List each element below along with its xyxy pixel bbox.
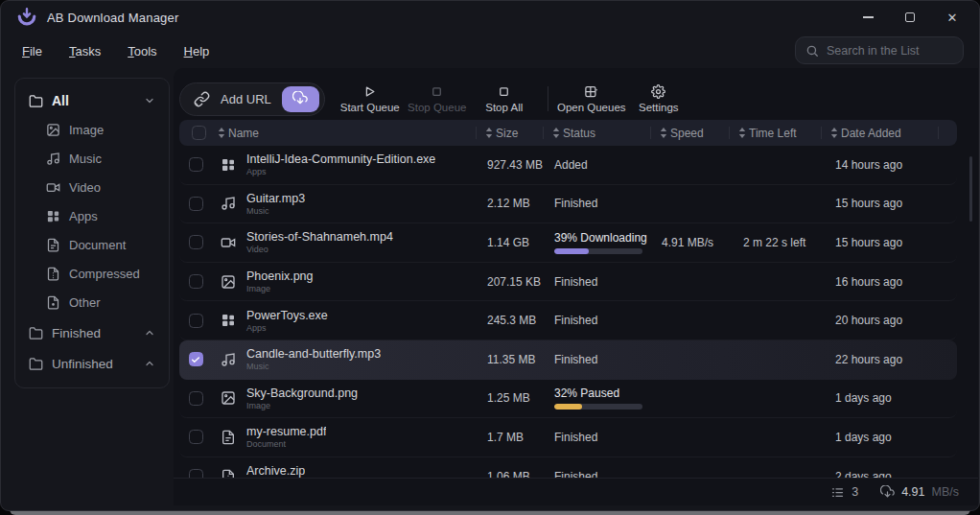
sidebar-item-unfinished[interactable]: Unfinished <box>21 349 163 378</box>
file-name: Phoenix.png <box>246 269 314 283</box>
sidebar-category-item[interactable]: Other <box>21 288 163 316</box>
sort-icon <box>738 128 746 138</box>
category-label: Image <box>69 123 104 137</box>
sidebar-category-item[interactable]: Apps <box>21 201 163 230</box>
category-label: Music <box>69 152 102 166</box>
date-added: 20 hours ago <box>821 314 938 327</box>
table-row[interactable]: Candle-and-butterfly.mp3 Music 11.35 MB … <box>179 340 957 380</box>
add-url-button[interactable]: Add URL <box>179 82 325 116</box>
column-header-date-added[interactable]: Date Added <box>821 120 938 146</box>
status-text: Finished <box>554 431 597 444</box>
finished-label: Finished <box>52 326 101 340</box>
toolbar-separator <box>548 86 548 111</box>
menu-tasks[interactable]: Tasks <box>69 44 101 59</box>
row-checkbox[interactable] <box>189 314 203 328</box>
column-label: Speed <box>670 127 704 140</box>
file-category: Document <box>246 439 326 449</box>
file-size: 245.3 MB <box>476 314 543 327</box>
search-box[interactable] <box>795 36 964 64</box>
file-category: Music <box>246 206 305 216</box>
menu-help[interactable]: Help <box>184 44 210 59</box>
open-queues-label: Open Queues <box>557 102 626 113</box>
row-checkbox[interactable] <box>189 352 203 366</box>
column-header-size[interactable]: Size <box>476 120 543 146</box>
search-input[interactable] <box>827 44 953 58</box>
sort-icon <box>485 128 493 138</box>
column-header-speed[interactable]: Speed <box>650 120 729 146</box>
sort-icon <box>660 128 667 138</box>
select-all-checkbox[interactable] <box>179 120 212 146</box>
chevron-up-icon <box>144 327 155 339</box>
search-icon <box>805 44 819 58</box>
date-added: 16 hours ago <box>821 275 938 289</box>
sidebar-category-item[interactable]: Image <box>21 115 163 144</box>
file-type-icon <box>221 469 236 478</box>
row-checkbox[interactable] <box>189 274 203 289</box>
date-added: 2 days ago <box>821 470 938 478</box>
stop-all-button[interactable]: Stop All <box>471 84 538 113</box>
row-checkbox[interactable] <box>189 430 203 444</box>
progress-fill <box>554 404 582 410</box>
file-type-icon <box>221 390 236 406</box>
file-type-icon <box>221 235 236 250</box>
table-row[interactable]: Stories-of-Shahnameh.mp4 Video 1.14 GB 3… <box>179 223 957 263</box>
column-header-time-left[interactable]: Time Left <box>729 120 821 146</box>
start-queue-label: Start Queue <box>340 102 400 113</box>
row-checkbox[interactable] <box>189 235 203 249</box>
row-checkbox[interactable] <box>189 469 203 478</box>
sort-icon <box>218 128 225 138</box>
queue-list-icon <box>830 485 845 500</box>
chevron-up-icon <box>144 358 155 369</box>
column-header-name[interactable]: Name <box>212 120 476 146</box>
table-row[interactable]: PowerToys.exe Apps 245.3 MB Finished 20 … <box>179 301 957 340</box>
sidebar-category-item[interactable]: Compressed <box>21 259 163 288</box>
table-row[interactable]: Guitar.mp3 Music 2.12 MB Finished 15 hou… <box>179 185 957 224</box>
row-checkbox[interactable] <box>189 391 203 406</box>
sort-icon <box>830 128 838 138</box>
open-queues-button[interactable]: Open Queues <box>558 84 625 113</box>
file-name: Stories-of-Shahnameh.mp4 <box>246 230 393 244</box>
sidebar-category-item[interactable]: Video <box>21 173 163 201</box>
cloud-download-icon <box>292 91 308 106</box>
table-row[interactable]: Archive.zip Compressed 1.06 MB Finished … <box>179 457 957 478</box>
row-checkbox[interactable] <box>189 197 203 211</box>
file-type-icon <box>221 352 236 367</box>
active-count: 3 <box>852 485 858 499</box>
column-header-status[interactable]: Status <box>543 120 650 146</box>
table-row[interactable]: IntelliJ-Idea-Community-Edition.exe Apps… <box>179 146 957 185</box>
maximize-button[interactable] <box>889 3 931 32</box>
start-queue-button[interactable]: Start Queue <box>337 84 404 113</box>
stop-all-label: Stop All <box>485 102 523 113</box>
import-from-browser-button[interactable] <box>282 86 319 112</box>
file-size: 1.7 MB <box>476 431 543 444</box>
sidebar-item-all[interactable]: All <box>21 86 163 115</box>
sidebar-item-finished[interactable]: Finished <box>21 318 163 347</box>
maximize-icon <box>905 12 915 22</box>
table-row[interactable]: Phoenix.png Image 207.15 KB Finished 16 … <box>179 263 957 302</box>
time-left: 2 m 22 s left <box>729 236 821 249</box>
minimize-button[interactable] <box>847 3 889 32</box>
vertical-scrollbar[interactable] <box>969 156 972 222</box>
status-bar: 3 4.91 MB/s <box>174 478 978 505</box>
status-text: Finished <box>554 197 597 210</box>
table-row[interactable]: Sky-Background.png Image 1.25 MB 32% Pau… <box>179 380 957 419</box>
title-bar: AB Download Manager ✕ <box>1 1 979 34</box>
settings-button[interactable]: Settings <box>625 84 692 113</box>
global-speed-value: 4.91 <box>901 485 924 499</box>
check-icon <box>191 355 200 364</box>
file-category: Image <box>246 401 358 410</box>
column-label: Name <box>228 127 259 140</box>
menu-file[interactable]: File <box>22 44 42 59</box>
sidebar-category-item[interactable]: Document <box>21 230 163 259</box>
gear-icon <box>651 84 665 99</box>
close-button[interactable]: ✕ <box>931 3 973 32</box>
column-label: Time Left <box>749 127 797 140</box>
file-category: Apps <box>246 323 328 333</box>
table-row[interactable]: my-resume.pdf Document 1.7 MB Finished 1… <box>179 418 957 457</box>
stop-icon <box>430 84 444 99</box>
stop-queue-label: Stop Queue <box>408 102 466 113</box>
menu-tools[interactable]: Tools <box>128 44 156 59</box>
date-added: 22 hours ago <box>821 353 938 366</box>
row-checkbox[interactable] <box>189 157 203 172</box>
sidebar-category-item[interactable]: Music <box>21 144 163 173</box>
